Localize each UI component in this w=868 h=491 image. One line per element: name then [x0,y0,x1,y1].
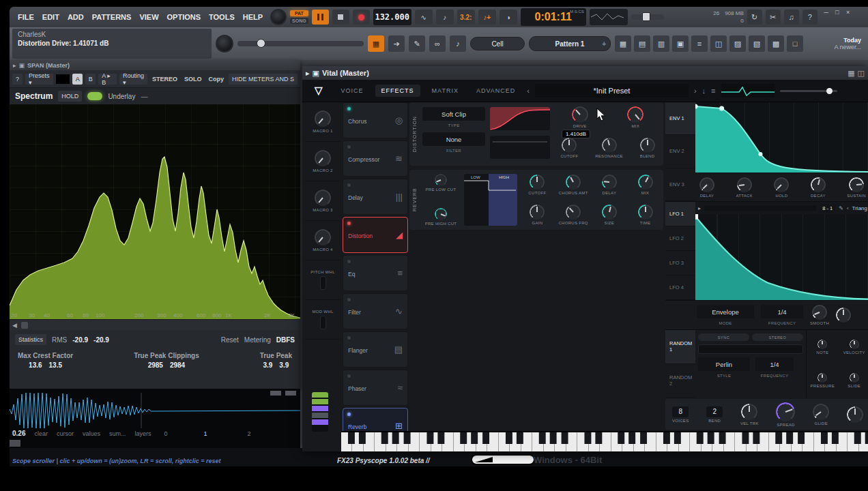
reverb-delay-knob[interactable] [602,175,617,190]
record-button[interactable] [353,10,370,25]
bend-value[interactable]: 2 [706,406,723,417]
scope-corner-widget[interactable] [10,440,20,447]
sum-button[interactable]: sum... [109,430,126,437]
stereo-label[interactable]: STEREO [150,76,179,83]
voices-value[interactable]: 8 [672,406,689,417]
playlist-button[interactable]: ▦ [615,35,631,52]
clipped-knob[interactable] [847,406,863,423]
bend-control[interactable]: 2BEND [706,406,723,423]
reverb-gain-control[interactable]: GAIN [519,205,555,225]
effect-item-chorus[interactable]: Chorus◎ [343,102,408,138]
tab-voice[interactable]: VOICE [335,85,370,97]
layer-0[interactable]: 0 [164,430,168,437]
pitch-wheel[interactable]: PITCH WHL [305,261,341,300]
effect-led[interactable] [347,374,351,378]
preset-name[interactable]: *Init Preset [535,84,689,98]
menu-file[interactable]: FILE [14,13,38,21]
spectrum-display[interactable]: 20 30 40 60 80 100 200 300 400 600 800 1… [10,104,300,319]
piano-keyboard[interactable] [341,431,868,451]
blend-control[interactable]: BLEND [640,138,655,158]
macro-3-knob[interactable] [315,190,331,206]
tab-lfo-1[interactable]: LFO 1 [665,202,695,226]
random-sync-toggle[interactable]: SYNC [698,333,749,341]
reverb-gain-knob[interactable] [530,205,545,220]
slider-handle[interactable] [642,12,650,21]
mix-control[interactable]: MIX [627,106,643,128]
cut-icon[interactable]: ✂ [766,10,781,25]
routing-dropdown[interactable]: Routing ▾ [119,74,147,85]
preset-next-button[interactable]: › [694,87,697,95]
distortion-filter-graph[interactable] [490,136,550,159]
help-icon[interactable]: ? [802,10,818,25]
touch-controller-button[interactable]: ▩ [768,35,784,52]
hold-button[interactable]: HOLD [58,91,82,102]
macro-4-knob[interactable] [315,229,331,246]
reverb-mix-control[interactable]: MIX [627,175,663,195]
tab-effects[interactable]: EFFECTS [375,85,420,97]
wait-countdown-button[interactable]: 3.2: [457,10,475,25]
effect-item-filter[interactable]: Filter∿ [343,293,408,329]
lfo-mode-dropdown[interactable]: Envelope [697,305,754,318]
scope-value[interactable]: 0.26 [12,430,25,437]
tab-random-2[interactable]: RANDOM 2 [665,364,695,398]
maximize-button[interactable]: □ [832,8,843,17]
env-attack-control[interactable]: ATTACK [736,177,753,198]
presets-dropdown[interactable]: Presets ▾ [25,74,53,85]
tab-advanced[interactable]: ADVANCED [470,85,521,97]
resonance-control[interactable]: RESONANCE [595,138,623,158]
statistics-tab[interactable]: Statistics [15,334,46,345]
psyscope-window[interactable]: 0.26 clear cursor values sum... layers 0… [10,389,300,448]
env-delay-control[interactable]: DELAY [699,177,714,198]
master-volume-slider[interactable] [780,90,837,92]
project-picker-button[interactable]: ▨ [729,35,746,52]
mod-source-note[interactable]: NOTE [807,340,839,355]
distortion-type-dropdown[interactable]: Soft Clip [422,107,485,121]
play-pause-button[interactable] [312,10,329,25]
velocity-track-control[interactable]: VEL TRK [740,404,759,426]
lfo-smooth-knob[interactable] [812,305,827,320]
ab-slot-b-button[interactable]: B [85,74,96,85]
drive-control[interactable]: DRIVE [572,106,588,128]
effect-led[interactable] [347,183,351,187]
cutoff-knob[interactable] [562,138,577,153]
layer-2[interactable]: 2 [248,430,251,437]
lfo-display[interactable] [695,214,868,300]
mod-source-pressure[interactable]: PRESSURE [807,373,839,388]
tab-lfo-2[interactable]: LFO 2 [665,226,695,251]
vel-trk-knob[interactable] [741,404,757,420]
slider-handle[interactable] [257,39,265,48]
typing-keyboard-button[interactable]: ∿ [415,10,433,25]
scroll-left-arrow[interactable]: ◀ [12,322,17,329]
pre-low-cut-knob[interactable] [435,174,447,186]
hide-meters-button[interactable]: HIDE METERS AND S [229,74,298,85]
browser-button[interactable]: ≡ [691,35,708,52]
voices-control[interactable]: 8VOICES [672,406,689,423]
reverb-size-knob[interactable] [602,205,617,220]
pattern-grid-button[interactable]: ▦ [368,35,384,52]
gear-icon[interactable]: ▣ [19,62,25,69]
effect-item-phaser[interactable]: Phaser≈ [343,370,408,406]
clipped-control[interactable] [847,406,863,423]
audio-tool-button[interactable]: ♪ [450,35,466,52]
reverb-size-control[interactable]: SIZE [592,205,628,225]
vital-titlebar[interactable]: ▸ ▣ Vital (Master) ▦ ◫ [302,66,868,80]
cursor-button[interactable]: cursor [57,430,74,437]
reverb-delay-control[interactable]: DELAY [592,175,628,195]
preset-name-box[interactable] [56,74,70,84]
env-attack-knob[interactable] [737,177,752,192]
mod-wheel-slot[interactable] [320,316,326,329]
macro-4[interactable]: MACRO 4 [305,221,341,261]
menu-view[interactable]: VIEW [135,13,162,21]
save-preset-icon[interactable]: ↓ [702,87,706,95]
options-panel-button[interactable]: □ [787,35,803,52]
metronome-button[interactable]: ♪ [436,10,454,25]
tempo-tap-button[interactable]: ▧ [749,35,765,52]
pat-mode-button[interactable]: PAT [290,10,308,16]
vital-logo[interactable]: ▽ [308,85,330,97]
plugin-presets-icon[interactable]: ◫ [858,69,865,78]
piano-roll-button[interactable]: ▤ [634,35,650,52]
ab-slot-a-button[interactable]: A [72,74,83,85]
macro-1-knob[interactable] [315,110,331,127]
draw-tool-button[interactable]: ✎ [409,35,425,52]
lfo-extra-knob[interactable] [836,308,851,323]
